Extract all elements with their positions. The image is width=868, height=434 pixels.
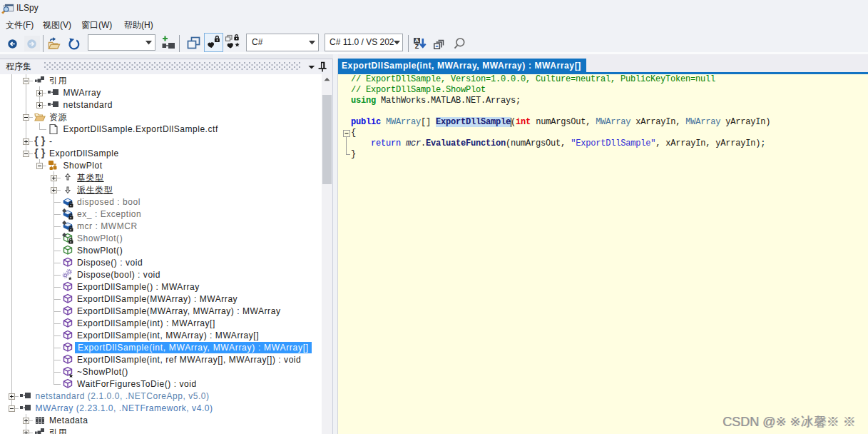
svg-text:{ }: { } (34, 136, 46, 146)
svg-text:{ }: { } (34, 148, 46, 158)
